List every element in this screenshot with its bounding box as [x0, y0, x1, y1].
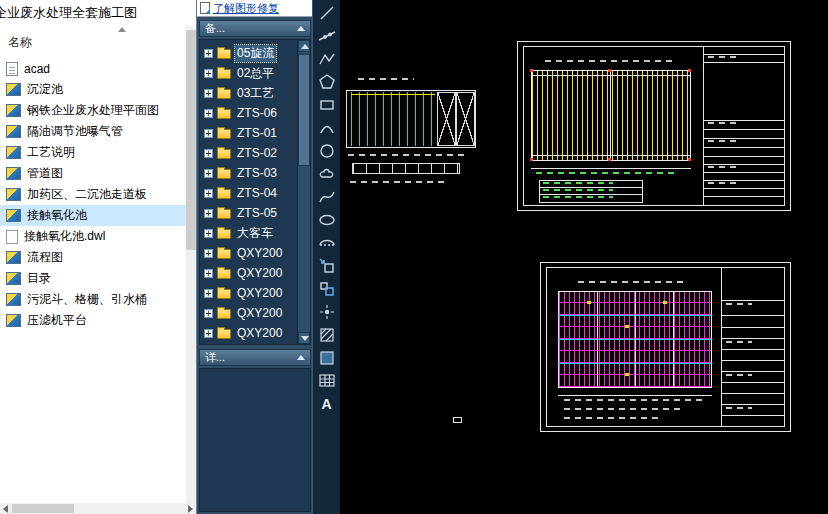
tree-item[interactable]: + ZTS-05 — [200, 203, 299, 223]
tool-line[interactable] — [315, 2, 339, 24]
dwg-file-icon — [6, 272, 21, 285]
scroll-down-button[interactable] — [298, 332, 310, 344]
scroll-right-icon[interactable] — [188, 505, 193, 513]
line-icon — [318, 4, 336, 22]
tree-item[interactable]: + 03工艺 — [200, 83, 299, 103]
tool-polygon[interactable] — [315, 71, 339, 93]
make-block-icon — [318, 280, 336, 298]
tree-item[interactable]: + ZTS-03 — [200, 163, 299, 183]
tool-insert-block[interactable] — [315, 255, 339, 277]
cyan-pipes — [351, 92, 435, 146]
tree-item[interactable]: + ZTS-02 — [200, 143, 299, 163]
file-item[interactable]: 压滤机平台 — [0, 310, 186, 331]
expand-icon[interactable]: + — [204, 329, 213, 338]
dimension-line — [558, 395, 712, 396]
file-item[interactable]: 工艺说明 — [0, 142, 186, 163]
tool-rectangle[interactable] — [315, 94, 339, 116]
title-block-line — [721, 338, 784, 339]
backup-files-header[interactable]: 备... — [199, 20, 311, 37]
expand-icon[interactable]: + — [204, 89, 213, 98]
file-name: 钢铁企业废水处理平面图 — [27, 102, 159, 119]
expand-icon[interactable]: + — [204, 309, 213, 318]
tank-inner-line — [531, 155, 691, 156]
tool-ellipse[interactable] — [315, 209, 339, 231]
scrollbar-thumb[interactable] — [12, 504, 74, 513]
tree-item-selected[interactable]: + 05旋流 — [200, 43, 299, 63]
tree-scrollbar[interactable] — [297, 40, 310, 344]
file-item[interactable]: 流程图 — [0, 247, 186, 268]
tree-item[interactable]: + QXY200 — [200, 303, 299, 323]
horizontal-scrollbar[interactable] — [0, 503, 196, 514]
file-item[interactable]: 加药区、二沉池走道板 — [0, 184, 186, 205]
rectangle-icon — [318, 96, 336, 114]
expand-icon[interactable]: + — [204, 69, 213, 78]
file-item[interactable]: 管道图 — [0, 163, 186, 184]
tool-table[interactable] — [315, 370, 339, 392]
title-block-line — [703, 147, 785, 148]
tool-polyline[interactable] — [315, 48, 339, 70]
tree-item[interactable]: + ZTS-01 — [200, 123, 299, 143]
collapse-icon[interactable] — [297, 355, 305, 360]
file-item[interactable]: 接触氧化池.dwl — [0, 226, 186, 247]
expand-icon[interactable]: + — [204, 149, 213, 158]
tree-item-label: ZTS-01 — [235, 126, 279, 140]
tree-item[interactable]: + QXY200 — [200, 263, 299, 283]
red-marker — [688, 69, 691, 72]
tree-item[interactable]: + ZTS-06 — [200, 103, 299, 123]
sort-ascending-icon[interactable] — [118, 27, 126, 32]
tree-item[interactable]: + ZTS-04 — [200, 183, 299, 203]
expand-icon[interactable]: + — [204, 229, 213, 238]
tree-item-label: ZTS-03 — [235, 166, 279, 180]
title-block-line — [721, 327, 784, 328]
file-item[interactable]: 钢铁企业废水处理平面图 — [0, 100, 186, 121]
scrollbar-thumb[interactable] — [186, 30, 196, 250]
vertical-scrollbar[interactable] — [186, 26, 196, 504]
tree-item[interactable]: + QXY200 — [200, 243, 299, 263]
folder-icon — [217, 189, 231, 199]
tool-point[interactable] — [315, 301, 339, 323]
file-item-selected[interactable]: 接触氧化池 — [0, 205, 186, 226]
expand-icon[interactable]: + — [204, 249, 213, 258]
tree-item[interactable]: + QXY200 — [200, 323, 299, 343]
tool-arc[interactable] — [315, 117, 339, 139]
x-brace — [437, 92, 456, 146]
scrollbar-thumb[interactable] — [298, 54, 310, 166]
title-block-line — [721, 393, 784, 394]
scroll-left-icon[interactable] — [3, 505, 8, 513]
file-item[interactable]: 沉淀池 — [0, 79, 186, 100]
expand-icon[interactable]: + — [204, 189, 213, 198]
tool-mtext[interactable]: A — [315, 393, 339, 415]
column-header-name[interactable]: 名称 — [8, 34, 32, 51]
polyline-icon — [318, 50, 336, 68]
gradient-icon — [318, 349, 336, 367]
tool-ellipse-arc[interactable] — [315, 232, 339, 254]
tree-item[interactable]: + QXY200 — [200, 283, 299, 303]
details-header[interactable]: 详... — [199, 349, 311, 366]
tool-circle[interactable] — [315, 140, 339, 162]
file-item[interactable]: 目录 — [0, 268, 186, 289]
scroll-up-button[interactable] — [298, 40, 310, 52]
file-item[interactable]: acad — [0, 58, 186, 79]
tool-make-block[interactable] — [315, 278, 339, 300]
expand-icon[interactable]: + — [204, 129, 213, 138]
tool-revision-cloud[interactable] — [315, 163, 339, 185]
tree-item-label: QXY200 — [235, 306, 284, 320]
tool-gradient[interactable] — [315, 347, 339, 369]
expand-icon[interactable]: + — [204, 109, 213, 118]
collapse-icon[interactable] — [297, 26, 305, 31]
expand-icon[interactable]: + — [204, 269, 213, 278]
tool-hatch[interactable] — [315, 324, 339, 346]
tool-spline[interactable] — [315, 186, 339, 208]
file-item[interactable]: 污泥斗、格栅、引水桶 — [0, 289, 186, 310]
tree-item[interactable]: + 大客车 — [200, 223, 299, 243]
tree-item[interactable]: + 02总平 — [200, 63, 299, 83]
tree-item-label: QXY200 — [235, 266, 284, 280]
cad-canvas[interactable] — [340, 0, 828, 514]
expand-icon[interactable]: + — [204, 289, 213, 298]
tool-construction-line[interactable] — [315, 25, 339, 47]
learn-repair-link[interactable]: 了解图形修复 — [213, 1, 279, 16]
expand-icon[interactable]: + — [204, 49, 213, 58]
expand-icon[interactable]: + — [204, 169, 213, 178]
file-item[interactable]: 隔油调节池曝气管 — [0, 121, 186, 142]
expand-icon[interactable]: + — [204, 209, 213, 218]
